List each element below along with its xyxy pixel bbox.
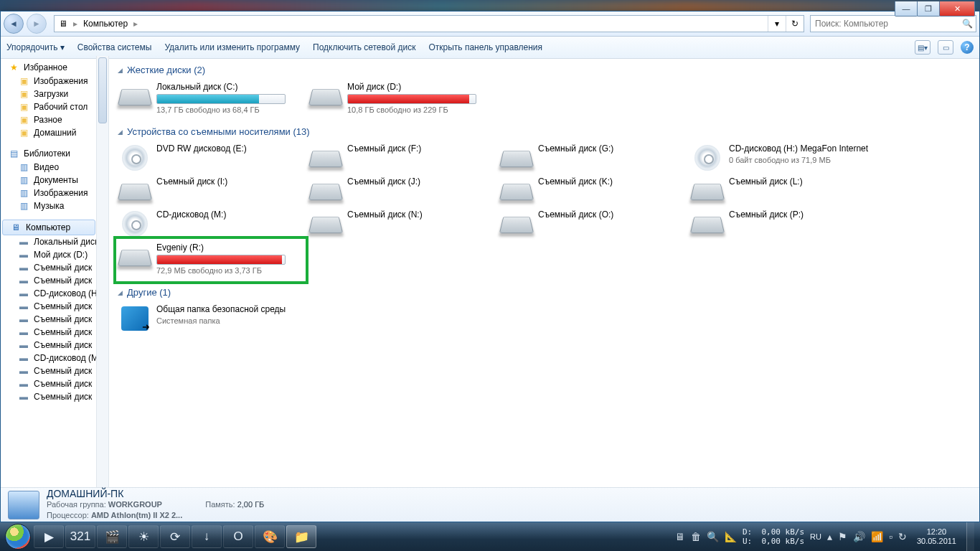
maximize-button[interactable]: ❐ xyxy=(917,1,940,17)
drive-space-label: 10,8 ГБ свободно из 229 ГБ xyxy=(347,105,492,114)
taskbar: ▶321🎬☀⟳↓O🎨📁 🖥 🗑 🔍 📐 D: 0,00 kB/s U: 0,00… xyxy=(0,522,980,551)
nav-item[interactable]: ▬Съемный диск xyxy=(1,364,108,377)
tray-ruler-icon[interactable]: 📐 xyxy=(725,531,737,542)
tray-recycle-icon[interactable]: 🗑 xyxy=(691,531,701,542)
tray-display-icon[interactable]: 🖥 xyxy=(675,531,685,542)
removable-header[interactable]: ◢Устройства со съемными носителями (13) xyxy=(118,123,974,141)
taskbar-app-button[interactable]: 🎨 xyxy=(255,525,285,548)
drive-item[interactable]: Съемный диск (L:) xyxy=(690,174,875,207)
search-icon[interactable]: 🔍 xyxy=(958,19,976,29)
start-button[interactable] xyxy=(3,522,33,551)
drive-name: Съемный диск (I:) xyxy=(156,176,301,187)
nav-item-label: Съемный диск xyxy=(34,379,92,389)
drive-item[interactable]: Evgeniy (R:)72,9 МБ свободно из 3,73 ГБ xyxy=(118,240,303,277)
nav-item[interactable]: ▬Мой диск (D:) xyxy=(1,248,108,261)
details-title: ДОМАШНИЙ-ПК xyxy=(47,489,182,499)
back-button[interactable]: ◄ xyxy=(4,14,24,34)
address-dropdown-button[interactable]: ▾ xyxy=(768,16,786,32)
refresh-button[interactable]: ↻ xyxy=(786,16,804,32)
drive-item[interactable]: Съемный диск (I:) xyxy=(118,174,303,207)
control-panel-button[interactable]: Открыть панель управления xyxy=(428,42,542,52)
nav-item[interactable]: ▬Локальный диск xyxy=(1,235,108,248)
forward-button[interactable]: ► xyxy=(27,14,47,34)
close-button[interactable]: ✕ xyxy=(939,1,975,17)
favorites-header[interactable]: ★Избранное xyxy=(1,60,108,75)
drive-item[interactable]: DVD RW дисковод (E:) xyxy=(118,141,303,174)
nav-item[interactable]: ▬Съемный диск xyxy=(1,326,108,339)
drive-item[interactable]: Съемный диск (F:) xyxy=(308,141,494,174)
search-box[interactable]: 🔍 xyxy=(810,15,976,32)
drive-item[interactable]: Съемный диск (O:) xyxy=(499,207,684,240)
system-properties-button[interactable]: Свойства системы xyxy=(77,42,152,52)
taskbar-app-button[interactable]: 📁 xyxy=(286,525,316,548)
drive-item[interactable]: Съемный диск (G:) xyxy=(499,141,684,174)
drive-item[interactable]: Съемный диск (K:) xyxy=(499,174,684,207)
nav-item[interactable]: ▣Загрузки xyxy=(1,88,108,100)
drive-name: Мой диск (D:) xyxy=(347,82,492,93)
view-options-button[interactable]: ▤▾ xyxy=(915,40,930,55)
nav-item[interactable]: ▬Съемный диск xyxy=(1,274,108,287)
nav-item-label: Музыка xyxy=(34,201,64,211)
hard-disks-header[interactable]: ◢Жесткие диски (2) xyxy=(118,62,974,80)
taskbar-app-button[interactable]: 🎬 xyxy=(97,525,127,548)
map-network-drive-button[interactable]: Подключить сетевой диск xyxy=(313,42,415,52)
nav-item[interactable]: ▥Музыка xyxy=(1,199,108,212)
nav-item[interactable]: ▣Изображения xyxy=(1,75,108,88)
nav-item[interactable]: ▬CD-дисковод (H xyxy=(1,287,108,300)
drive-icon xyxy=(501,143,532,172)
libraries-header[interactable]: ▤Библиотеки xyxy=(1,146,108,161)
uninstall-program-button[interactable]: Удалить или изменить программу xyxy=(164,42,300,52)
taskbar-app-button[interactable]: ▶ xyxy=(34,525,64,548)
help-button[interactable]: ? xyxy=(961,41,974,54)
nav-item[interactable]: ▬Съемный диск xyxy=(1,300,108,313)
tray-flag-icon[interactable]: ⚑ xyxy=(838,531,847,542)
nav-item-label: Документы xyxy=(34,175,78,185)
nav-item[interactable]: ▥Видео xyxy=(1,161,108,174)
taskbar-app-button[interactable]: O xyxy=(223,525,253,548)
breadcrumb-root[interactable]: Компьютер xyxy=(79,16,132,32)
other-item[interactable]: Общая папка безопасной средыСистемная па… xyxy=(118,302,303,335)
drive-item[interactable]: Съемный диск (P:) xyxy=(690,207,875,240)
nav-item[interactable]: ▥Документы xyxy=(1,174,108,187)
nav-item[interactable]: ▬Съемный диск xyxy=(1,261,108,274)
organize-menu[interactable]: Упорядочить ▾ xyxy=(6,42,65,52)
language-indicator[interactable]: RU xyxy=(810,532,821,541)
taskbar-app-button[interactable]: ↓ xyxy=(192,525,222,548)
tray-volume-icon[interactable]: 🔊 xyxy=(853,531,865,542)
address-bar[interactable]: 🖥 ▸ Компьютер ▸ ▾ ↻ xyxy=(54,15,804,32)
search-input[interactable] xyxy=(811,19,958,29)
drive-item[interactable]: CD-дисковод (H:) MegaFon Internet0 байт … xyxy=(690,141,875,174)
network-speed-widget[interactable]: D: 0,00 kB/s U: 0,00 kB/s xyxy=(743,527,804,546)
show-desktop-button[interactable] xyxy=(966,522,974,551)
tray-clean-icon[interactable]: ▫ xyxy=(889,531,892,542)
taskbar-app-button[interactable]: 321 xyxy=(65,525,95,548)
nav-item[interactable]: ▥Изображения xyxy=(1,187,108,199)
preview-pane-button[interactable]: ▭ xyxy=(938,40,953,55)
nav-item[interactable]: ▬CD-дисковод (M xyxy=(1,352,108,364)
nav-item[interactable]: ▬Съемный диск xyxy=(1,377,108,390)
nav-item[interactable]: ▬Съемный диск xyxy=(1,313,108,326)
scrollbar-thumb[interactable] xyxy=(98,57,107,123)
drive-item[interactable]: Локальный диск (C:)13,7 ГБ свободно из 6… xyxy=(118,80,303,116)
other-header[interactable]: ◢Другие (1) xyxy=(118,284,974,302)
nav-item[interactable]: ▬Съемный диск xyxy=(1,339,108,352)
drive-item[interactable]: Съемный диск (N:) xyxy=(308,207,494,240)
nav-item[interactable]: ▣Домашний xyxy=(1,126,108,139)
tray-search-icon[interactable]: 🔍 xyxy=(707,531,719,542)
drive-item[interactable]: Съемный диск (J:) xyxy=(308,174,494,207)
folder-icon: ▣ xyxy=(18,88,29,100)
drive-item[interactable]: Мой диск (D:)10,8 ГБ свободно из 229 ГБ xyxy=(308,80,494,116)
nav-item[interactable]: ▣Рабочий стол xyxy=(1,100,108,113)
taskbar-app-button[interactable]: ⟳ xyxy=(160,525,190,548)
tray-overflow-icon[interactable]: ▴ xyxy=(827,531,832,542)
nav-item[interactable]: ▬Съемный диск xyxy=(1,390,108,403)
computer-header[interactable]: 🖥Компьютер xyxy=(2,220,95,235)
tray-sync-icon[interactable]: ↻ xyxy=(898,531,907,542)
taskbar-clock[interactable]: 12:2030.05.2011 xyxy=(913,527,961,546)
taskbar-app-button[interactable]: ☀ xyxy=(128,525,159,548)
nav-item[interactable]: ▣Разное xyxy=(1,113,108,126)
breadcrumb-sep-icon[interactable]: ▸ xyxy=(132,19,139,29)
minimize-button[interactable]: — xyxy=(895,1,918,17)
tray-network-icon[interactable]: 📶 xyxy=(871,531,883,542)
sidebar-scrollbar[interactable] xyxy=(96,56,108,487)
